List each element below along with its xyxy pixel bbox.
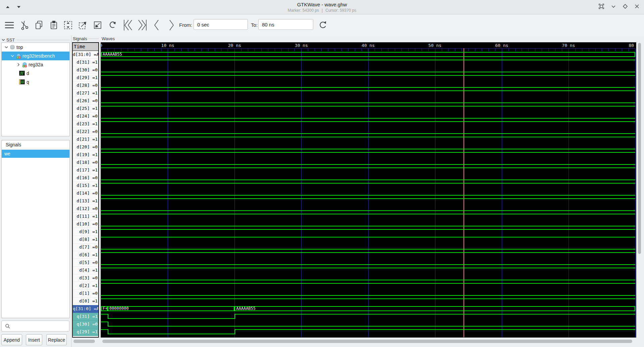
signal-label-row[interactable]: d[13] =1	[73, 197, 98, 205]
cut-icon[interactable]	[18, 19, 30, 31]
wave-row[interactable]	[101, 220, 635, 228]
wave-row[interactable]: F+00000000AAAAAB55	[101, 305, 635, 313]
wave-row[interactable]	[101, 97, 635, 105]
signal-label-row[interactable]: d[6] =1	[73, 251, 98, 259]
from-input[interactable]	[194, 19, 248, 30]
insert-button[interactable]: Insert	[26, 334, 42, 345]
signal-label-row[interactable]: d[15] =1	[73, 182, 98, 190]
tree-item-reg32a[interactable]: reg32a	[2, 60, 69, 69]
wave-row[interactable]	[101, 244, 635, 251]
zoom-out-icon[interactable]	[92, 19, 104, 31]
signal-label-row[interactable]: q[30] =0	[73, 321, 98, 328]
wave-row[interactable]	[101, 136, 635, 143]
wave-row[interactable]	[101, 197, 635, 205]
zoom-in-icon[interactable]	[77, 19, 89, 31]
signal-label-row[interactable]: d[31] =1	[73, 59, 98, 66]
wave-row[interactable]	[101, 128, 635, 136]
wave-row[interactable]	[101, 321, 635, 328]
maximize-icon[interactable]	[622, 3, 628, 9]
signal-label-row[interactable]: d[0] =1	[73, 297, 98, 305]
tree-item-d[interactable]: d	[2, 69, 69, 78]
wave-row[interactable]	[101, 174, 635, 182]
copy-icon[interactable]	[33, 19, 45, 31]
signal-table-hscrollbar[interactable]	[73, 340, 95, 343]
chevron-right-icon[interactable]	[16, 63, 20, 67]
signal-label-row[interactable]: d[20] =0	[73, 143, 98, 151]
signal-label-row[interactable]: d[3] =0	[73, 274, 98, 282]
append-button[interactable]: Append	[1, 334, 22, 345]
wave-row[interactable]	[101, 151, 635, 159]
wave-row[interactable]	[101, 205, 635, 213]
wave-row[interactable]	[101, 328, 635, 336]
wave-row[interactable]	[101, 166, 635, 174]
chevron-down-icon[interactable]	[10, 54, 14, 58]
signal-label-row[interactable]: d[17] =1	[73, 166, 98, 174]
signal-label-row[interactable]: d[14] =0	[73, 190, 98, 197]
signal-label-row[interactable]: d[10] =0	[73, 220, 98, 228]
wave-row[interactable]	[101, 267, 635, 274]
signal-label-row[interactable]: d[5] =0	[73, 259, 98, 267]
next-transition-icon[interactable]	[165, 19, 177, 31]
list-item-we[interactable]: we	[2, 150, 69, 158]
wave-row[interactable]	[101, 74, 635, 82]
wave-row[interactable]	[101, 282, 635, 290]
wave-row[interactable]	[101, 236, 635, 244]
tree-item-q[interactable]: q	[2, 78, 69, 86]
wave-row[interactable]	[101, 274, 635, 282]
signal-label-row[interactable]: d[11] =1	[73, 213, 98, 220]
signal-label-row[interactable]: d[2] =1	[73, 282, 98, 290]
wave-row[interactable]	[101, 290, 635, 297]
signal-label-row[interactable]: d[31:0] =A	[73, 51, 98, 59]
signal-label-row[interactable]: q[31:0] =A	[73, 305, 98, 313]
signal-label-row[interactable]: q[31] =1	[73, 313, 98, 321]
signal-label-row[interactable]: d[18] =0	[73, 159, 98, 166]
prev-transition-icon[interactable]	[151, 19, 163, 31]
wave-row[interactable]	[101, 159, 635, 166]
wave-row[interactable]	[101, 190, 635, 197]
signal-label-row[interactable]: d[22] =0	[73, 128, 98, 136]
paste-icon[interactable]	[48, 19, 60, 31]
wave-row[interactable]	[101, 251, 635, 259]
signal-label-row[interactable]: d[27] =1	[73, 89, 98, 97]
signal-label-row[interactable]: d[1] =0	[73, 290, 98, 297]
signal-search-header[interactable]: Signals	[2, 140, 69, 150]
reload-icon[interactable]	[317, 19, 329, 31]
seek-start-icon[interactable]	[122, 19, 134, 31]
close-icon[interactable]	[634, 3, 640, 9]
signal-label-row[interactable]: d[7] =0	[73, 244, 98, 251]
signal-label-row[interactable]: d[29] =1	[73, 74, 98, 82]
wave-vscrollbar-thumb[interactable]	[638, 43, 641, 254]
signal-label-row[interactable]: d[23] =1	[73, 120, 98, 128]
wave-vscrollbar[interactable]	[638, 43, 641, 337]
wave-row[interactable]	[101, 66, 635, 74]
signal-label-row[interactable]: d[8] =1	[73, 236, 98, 244]
wave-row[interactable]	[101, 182, 635, 190]
signal-label-row[interactable]: d[30] =0	[73, 66, 98, 74]
tree-item-reg32testbench[interactable]: reg32testbench	[2, 52, 69, 60]
undo-icon[interactable]	[107, 19, 119, 31]
wave-row[interactable]	[101, 113, 635, 120]
wave-canvas[interactable]: 010 ns20 ns30 ns40 ns50 ns60 ns70 ns80 n…	[101, 42, 636, 338]
keep-above-icon[interactable]	[598, 3, 605, 10]
signal-label-row[interactable]: d[9] =1	[73, 228, 98, 236]
seek-end-icon[interactable]	[137, 19, 149, 31]
wave-row[interactable]	[101, 259, 635, 267]
to-input[interactable]	[258, 19, 313, 30]
minimize-icon[interactable]	[610, 3, 616, 9]
wave-row[interactable]	[101, 297, 635, 305]
wave-hscrollbar[interactable]	[102, 340, 632, 343]
time-header[interactable]: Time	[73, 43, 98, 51]
tree-item-top[interactable]: top	[2, 43, 69, 52]
wave-row[interactable]	[101, 105, 635, 113]
wave-row[interactable]	[101, 82, 635, 89]
signal-label-row[interactable]: d[24] =0	[73, 113, 98, 120]
signal-label-row[interactable]: d[16] =0	[73, 174, 98, 182]
signal-label-row[interactable]: q[29] =1	[73, 328, 98, 336]
replace-button[interactable]: Replace	[46, 334, 67, 345]
signal-label-row[interactable]: d[21] =1	[73, 136, 98, 143]
signal-label-row[interactable]: d[19] =1	[73, 151, 98, 159]
wave-row[interactable]	[101, 89, 635, 97]
wave-row[interactable]	[101, 120, 635, 128]
menu-icon[interactable]	[3, 19, 15, 31]
wave-row[interactable]	[101, 143, 635, 151]
